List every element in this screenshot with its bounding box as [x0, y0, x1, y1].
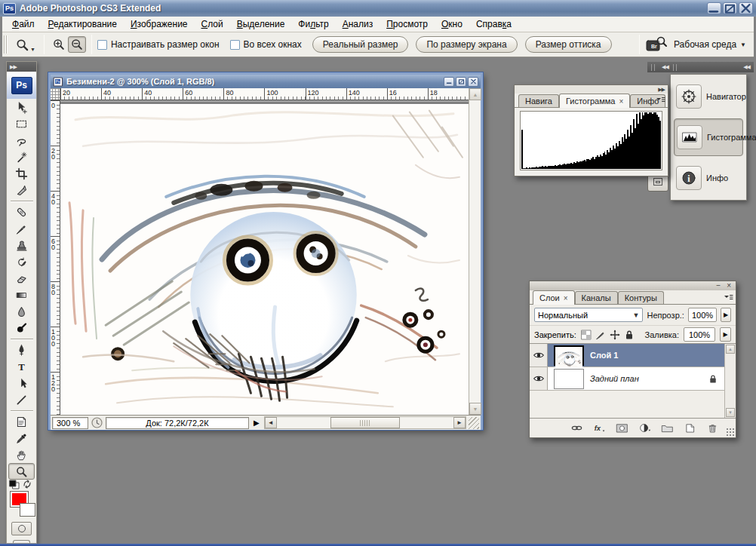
resize-windows-checkbox[interactable]	[97, 40, 107, 50]
dock-button-navigator[interactable]: Навигатор	[674, 78, 743, 115]
palette-collapse-strip[interactable]: ▶▶	[515, 85, 668, 94]
vertical-scrollbar[interactable]: ▲ ▼	[469, 88, 481, 415]
horizontal-scrollbar[interactable]: ◄ ►	[264, 416, 466, 429]
current-tool-well[interactable]: ▼	[12, 38, 38, 52]
tab-close-icon[interactable]: ×	[564, 294, 568, 302]
layer-name[interactable]: Слой 1	[590, 351, 618, 360]
horizontal-ruler[interactable]: 20404060801001201401618	[60, 88, 469, 100]
tab-palette[interactable]: Контуры	[618, 291, 664, 304]
brush-tool[interactable]	[7, 220, 36, 237]
eyedropper-tool[interactable]	[7, 430, 36, 446]
print-size-button[interactable]: Размер оттиска	[525, 36, 612, 53]
dock-grip[interactable]	[673, 64, 679, 71]
type-tool[interactable]: T	[7, 358, 36, 375]
layer-name[interactable]: Задний план	[590, 374, 639, 383]
move-tool[interactable]	[7, 99, 36, 115]
swap-colors-icon[interactable]	[23, 480, 32, 489]
doc-close-button[interactable]	[468, 77, 478, 87]
notes-tool[interactable]	[7, 413, 36, 430]
background-color-swatch[interactable]	[20, 503, 35, 517]
menu-item[interactable]: Выделение	[230, 17, 292, 31]
scroll-right-button[interactable]: ►	[453, 417, 466, 428]
doc-minimize-button[interactable]	[444, 77, 454, 87]
dodge-tool[interactable]	[7, 320, 36, 336]
doc-restore-button[interactable]	[456, 77, 466, 87]
scroll-up-button[interactable]: ▲	[469, 88, 481, 100]
lock-all-icon[interactable]	[624, 330, 635, 340]
pen-tool[interactable]	[7, 342, 36, 358]
go-to-bridge-button[interactable]: Br	[645, 35, 668, 54]
workspace-label[interactable]: Рабочая среда	[674, 39, 736, 50]
tab-layers-active[interactable]: Слои×	[533, 290, 575, 305]
all-windows-checkbox[interactable]	[230, 40, 240, 50]
document-titlebar[interactable]: Ps Безимени-2 @ 300% (Слой 1, RGB/8)	[51, 75, 481, 88]
histogram-icon-button[interactable]	[677, 125, 702, 149]
layer-visibility-cell[interactable]	[530, 367, 548, 390]
layer-mask-icon[interactable]	[616, 422, 628, 434]
menu-item[interactable]: Просмотр	[380, 17, 435, 31]
menu-item[interactable]: Анализ	[336, 17, 380, 31]
image-eye-sketch[interactable]	[60, 104, 469, 415]
palette-menu-icon[interactable]	[655, 96, 665, 104]
eye-icon[interactable]	[533, 351, 545, 360]
workspace-dropdown-arrow[interactable]: ▼	[740, 41, 746, 48]
blend-mode-select[interactable]: Нормальный ▼	[534, 308, 643, 322]
actual-pixels-button[interactable]: Реальный размер	[312, 36, 409, 53]
zoom-percent-field[interactable]: 300 %	[52, 417, 88, 429]
dock-button-info[interactable]: iИнфо	[674, 159, 743, 196]
navigator-icon-button[interactable]	[676, 84, 702, 109]
restore-button[interactable]	[723, 2, 737, 14]
quick-mask-button[interactable]	[11, 522, 32, 535]
hand-tool[interactable]	[7, 446, 36, 463]
layer-row[interactable]: Слой 1	[530, 344, 736, 367]
link-icon[interactable]	[570, 422, 583, 434]
palette-resize-grip[interactable]	[726, 428, 734, 436]
app-titlebar[interactable]: Ps Adobe Photoshop CS3 Extended	[0, 0, 756, 17]
tab-palette[interactable]: Каналы	[575, 291, 618, 304]
healing-brush-tool[interactable]	[7, 204, 36, 220]
scroll-down-button[interactable]: ▼	[726, 408, 735, 417]
layer-list-scrollbar[interactable]: ▲ ▼	[724, 344, 736, 418]
dock-button-histogram[interactable]: Гистограмма	[674, 118, 743, 157]
path-selection-tool[interactable]	[7, 375, 36, 391]
status-flyout-arrow[interactable]: ▶	[251, 419, 262, 427]
dock-collapse-icon[interactable]: ◀◀	[743, 64, 750, 70]
eraser-tool[interactable]	[7, 270, 36, 287]
layer-visibility-cell[interactable]	[530, 344, 548, 367]
tab-histogram-active[interactable]: Гистограмма×	[559, 94, 630, 108]
resize-windows-option[interactable]: Настраивать размер окон	[97, 39, 220, 50]
opacity-field[interactable]: 100%	[688, 308, 717, 322]
group-icon[interactable]	[661, 422, 674, 434]
lock-transparency-icon[interactable]	[581, 330, 592, 340]
menu-item[interactable]: Редактирование	[41, 17, 124, 31]
delete-icon[interactable]	[706, 422, 719, 434]
new-layer-icon[interactable]	[684, 422, 696, 434]
line-tool[interactable]	[7, 391, 36, 408]
layer-style-icon[interactable]: fx	[593, 422, 606, 434]
palette-menu-icon[interactable]	[723, 293, 733, 302]
close-button[interactable]	[739, 2, 753, 14]
menu-item[interactable]: Файл	[5, 17, 41, 31]
scrollbar-thumb[interactable]	[330, 417, 400, 428]
fill-slider-button[interactable]: ▶	[720, 327, 731, 342]
minimize-button[interactable]	[707, 2, 721, 14]
lock-position-icon[interactable]	[610, 330, 620, 340]
adjustment-icon[interactable]	[638, 422, 651, 434]
lock-pixels-icon[interactable]	[595, 330, 606, 340]
slice-tool[interactable]	[7, 182, 36, 198]
lasso-tool[interactable]	[7, 132, 36, 149]
tab-palette[interactable]: Навига	[518, 94, 559, 107]
scroll-left-button[interactable]: ◄	[265, 417, 277, 428]
window-resize-grip[interactable]	[469, 417, 479, 429]
marquee-tool[interactable]	[7, 115, 36, 132]
menu-item[interactable]: Окно	[435, 17, 469, 31]
zoom-out-toggle[interactable]	[68, 36, 86, 53]
palette-close-icon[interactable]: ×	[727, 282, 731, 290]
vertical-ruler[interactable]: 020406080100120	[51, 100, 60, 415]
toolbox-collapse-header[interactable]: ▶▶	[7, 62, 36, 72]
gradient-tool[interactable]	[7, 287, 36, 303]
layer-thumbnail[interactable]	[554, 345, 584, 366]
clone-stamp-tool[interactable]	[7, 237, 36, 253]
magic-wand-tool[interactable]	[7, 149, 36, 165]
version-cue-icon[interactable]	[91, 416, 103, 429]
